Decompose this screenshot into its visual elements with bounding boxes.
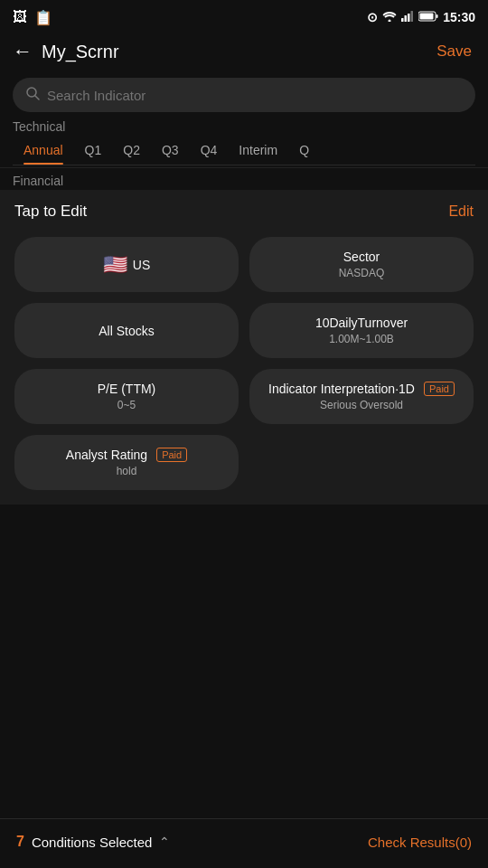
chip-us-market[interactable]: 🇺🇸 US	[14, 237, 239, 292]
chip-all-stocks[interactable]: All Stocks	[14, 303, 239, 358]
status-bar: 🖼 📋 ⊙ 15:30	[0, 0, 488, 33]
chip-sector-sub: NASDAQ	[339, 267, 385, 279]
us-flag-icon: 🇺🇸	[103, 253, 127, 277]
tap-edit-header: Tap to Edit Edit	[14, 203, 474, 221]
chip-sector-main: Sector	[343, 250, 380, 264]
tap-to-edit-title: Tap to Edit	[14, 203, 87, 221]
chips-row-3: Analyst Rating Paid hold	[14, 435, 474, 490]
wifi-icon	[382, 10, 397, 24]
svg-rect-4	[411, 11, 414, 22]
svg-point-0	[389, 20, 391, 23]
chip-indicator-main: Indicator Interpretation·1D Paid	[268, 382, 455, 396]
tab-q1[interactable]: Q1	[74, 137, 113, 165]
chip-analyst-main: Analyst Rating Paid	[66, 448, 187, 462]
chip-10daily-turnover[interactable]: 10DailyTurnover 1.00M~1.00B	[249, 303, 474, 358]
tab-interim[interactable]: Interim	[228, 137, 288, 165]
chip-turnover-sub: 1.00M~1.00B	[329, 333, 394, 345]
technical-label: Technical	[13, 119, 475, 134]
tab-q[interactable]: Q	[288, 137, 320, 165]
record-icon: ⊙	[367, 10, 378, 24]
search-bar	[13, 78, 475, 112]
edit-button[interactable]: Edit	[448, 203, 474, 220]
chip-analyst-rating[interactable]: Analyst Rating Paid hold	[14, 435, 239, 490]
tab-annual[interactable]: Annual	[13, 137, 74, 165]
photo-icon: 🖼	[13, 9, 27, 25]
chip-indicator-sub: Serious Oversold	[320, 399, 403, 411]
battery-icon	[418, 10, 438, 24]
tab-q2[interactable]: Q2	[112, 137, 151, 165]
chips-row-2: P/E (TTM) 0~5 Indicator Interpretation·1…	[14, 369, 474, 424]
svg-line-9	[35, 96, 39, 99]
chip-pe-ttm[interactable]: P/E (TTM) 0~5	[14, 369, 239, 424]
tap-edit-section: Tap to Edit Edit 🇺🇸 US Sector NASDAQ	[0, 190, 488, 505]
signal-icon	[401, 10, 414, 24]
chip-analyst-sub: hold	[117, 465, 137, 477]
financial-label: Financial	[0, 167, 488, 188]
bottom-bar: 7 Conditions Selected ⌃ Check Results(0)	[0, 818, 488, 868]
chips-row-1: All Stocks 10DailyTurnover 1.00M~1.00B	[14, 303, 474, 358]
save-button[interactable]: Save	[436, 42, 472, 61]
chip-all-stocks-main: All Stocks	[99, 324, 154, 338]
search-icon	[25, 86, 40, 104]
paid-badge-analyst: Paid	[156, 448, 187, 462]
chip-pe-main: P/E (TTM)	[98, 382, 156, 396]
conditions-count: 7	[16, 834, 24, 850]
svg-rect-2	[405, 15, 408, 22]
paid-badge-indicator: Paid	[424, 382, 455, 396]
chip-pe-sub: 0~5	[117, 399, 136, 411]
conditions-selected: 7 Conditions Selected ⌃	[16, 834, 170, 850]
tabs-row: Annual Q1 Q2 Q3 Q4 Interim Q	[13, 137, 475, 165]
page-title: My_Scrnr	[42, 42, 119, 62]
nav-left: ← My_Scrnr	[13, 40, 119, 63]
search-input[interactable]	[47, 88, 463, 103]
chip-indicator-interpretation[interactable]: Indicator Interpretation·1D Paid Serious…	[249, 369, 474, 424]
chips-row-0: 🇺🇸 US Sector NASDAQ	[14, 237, 474, 292]
status-right: ⊙ 15:30	[367, 10, 475, 24]
tab-q4[interactable]: Q4	[190, 137, 229, 165]
back-button[interactable]: ←	[13, 40, 33, 63]
time-display: 15:30	[443, 10, 475, 24]
tab-q3[interactable]: Q3	[151, 137, 190, 165]
chip-turnover-main: 10DailyTurnover	[315, 316, 408, 330]
svg-rect-1	[401, 18, 404, 22]
svg-rect-6	[436, 14, 438, 18]
svg-rect-7	[420, 14, 434, 20]
top-nav: ← My_Scrnr Save	[0, 33, 488, 72]
chevron-up-icon[interactable]: ⌃	[159, 835, 170, 849]
chips-grid: 🇺🇸 US Sector NASDAQ All Stocks 10Daily	[14, 237, 474, 490]
conditions-label: Conditions Selected	[32, 835, 152, 850]
tabs-section: Technical Annual Q1 Q2 Q3 Q4 Interim Q	[0, 119, 488, 165]
chip-us-main: 🇺🇸 US	[103, 253, 150, 277]
calendar-icon: 📋	[34, 9, 52, 26]
svg-rect-3	[408, 14, 410, 22]
check-results-button[interactable]: Check Results(0)	[368, 835, 472, 850]
chip-sector[interactable]: Sector NASDAQ	[249, 237, 474, 292]
status-icons: 🖼 📋	[13, 9, 52, 26]
